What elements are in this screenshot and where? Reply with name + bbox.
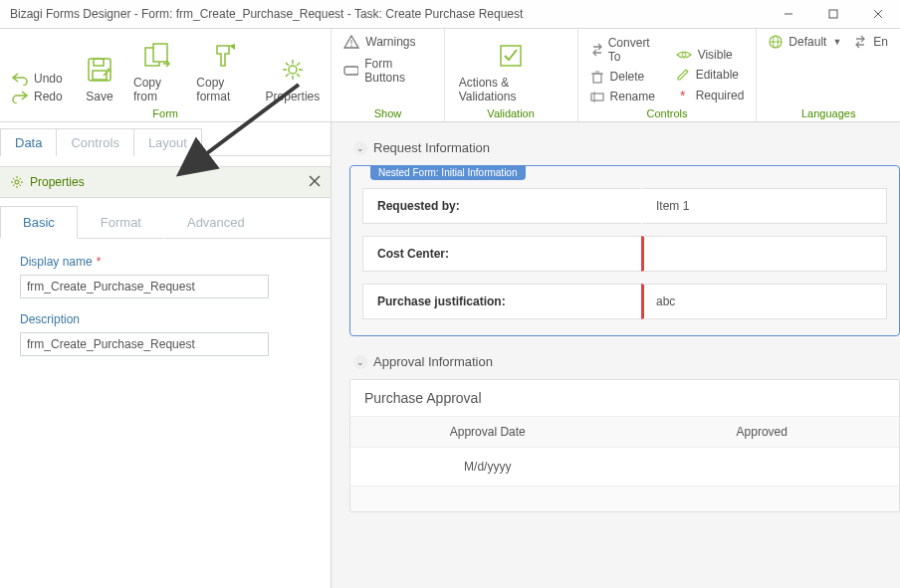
copy-from-label: Copy from (133, 76, 182, 103)
redo-label: Redo (34, 90, 63, 103)
tab-basic[interactable]: Basic (0, 206, 78, 239)
close-button[interactable] (855, 0, 900, 29)
editable-button[interactable]: Editable (674, 66, 747, 84)
group-show-label: Show (341, 105, 433, 119)
cell-approval-date[interactable]: M/d/yyyy (350, 448, 625, 486)
warnings-button[interactable]: Warnings (341, 33, 417, 51)
input-requested-by[interactable]: Item 1 (641, 188, 887, 224)
section-title-approval: Approval Information (373, 354, 493, 369)
description-input[interactable] (20, 332, 269, 356)
svg-rect-5 (94, 59, 104, 66)
input-purchase-justification[interactable]: abc (641, 284, 887, 319)
row-cost-center: Cost Center: (362, 236, 887, 272)
copy-format-button[interactable]: Copy format (192, 38, 258, 105)
title-bar: Bizagi Forms Designer - Form: frm_Create… (0, 0, 900, 29)
rename-button[interactable]: Rename (588, 88, 660, 105)
svg-point-19 (682, 53, 686, 57)
label-requested-by: Requested by: (362, 188, 641, 224)
required-button[interactable]: * Required (674, 86, 747, 105)
tab-controls[interactable]: Controls (56, 128, 133, 156)
properties-button[interactable]: Properties (265, 52, 322, 105)
input-cost-center[interactable] (641, 236, 887, 272)
tab-format[interactable]: Format (78, 206, 164, 239)
section-header-approval[interactable]: ⌄ Approval Information (349, 354, 900, 369)
gear-icon (10, 175, 24, 189)
visible-button[interactable]: Visible (674, 46, 747, 64)
form-canvas: ⌄ Request Information Nested Form: Initi… (332, 122, 900, 588)
convert-to-icon (590, 43, 602, 57)
cell-approved[interactable] (625, 448, 900, 486)
section-request-information: ⌄ Request Information Nested Form: Initi… (349, 140, 900, 336)
left-tabs: Data Controls Layout (0, 128, 331, 156)
svg-rect-14 (593, 74, 601, 83)
required-label: Required (696, 89, 745, 102)
label-purchase-justification: Purchase justification: (362, 284, 641, 319)
tab-layout[interactable]: Layout (133, 128, 202, 156)
window-title: Bizagi Forms Designer - Form: frm_Create… (10, 7, 523, 21)
delete-button[interactable]: Delete (588, 68, 660, 86)
section-header-request[interactable]: ⌄ Request Information (349, 140, 900, 155)
row-purchase-justification: Purchase justification: abc (362, 284, 887, 319)
visible-icon (676, 48, 692, 62)
tab-advanced[interactable]: Advanced (164, 206, 268, 239)
row-requested-by: Requested by: Item 1 (362, 188, 887, 224)
actions-validations-button[interactable]: Actions & Validations (455, 38, 567, 105)
required-star-icon: * (97, 255, 102, 269)
svg-point-23 (15, 180, 19, 184)
form-buttons-button[interactable]: Form Buttons (341, 55, 433, 87)
copy-format-label: Copy format (196, 76, 254, 103)
grid-title: Purchase Approval (350, 380, 899, 416)
svg-rect-17 (591, 94, 603, 100)
actions-validations-icon (495, 40, 527, 72)
copy-format-icon (209, 40, 241, 72)
language-switch-icon (853, 35, 867, 49)
required-icon: * (676, 88, 690, 103)
display-name-input[interactable] (20, 275, 269, 298)
rename-icon (590, 90, 604, 103)
svg-rect-12 (344, 67, 358, 75)
nested-form-box: Nested Form: Initial Information Request… (349, 165, 900, 336)
language-switch-button[interactable]: En (851, 33, 890, 51)
warnings-label: Warnings (365, 35, 415, 49)
tab-data[interactable]: Data (0, 128, 57, 156)
convert-to-button[interactable]: Convert To (588, 34, 660, 66)
redo-button[interactable]: Redo (10, 88, 70, 105)
save-button[interactable]: Save (76, 52, 123, 105)
window-controls (766, 0, 900, 29)
properties-tabs: Basic Format Advanced (0, 206, 331, 239)
svg-rect-8 (153, 44, 167, 62)
visible-label: Visible (698, 48, 733, 62)
display-name-label: Display name* (20, 255, 311, 269)
dropdown-icon: ▼ (832, 37, 841, 47)
grid-row: M/d/yyyy (350, 448, 899, 486)
section-approval-information: ⌄ Approval Information Purchase Approval… (349, 354, 900, 512)
col-approval-date: Approval Date (350, 417, 625, 447)
language-default-button[interactable]: Default ▼ (767, 33, 843, 51)
group-form-label: Form (10, 105, 321, 119)
group-validation-label: Validation (455, 105, 567, 119)
actions-validations-label: Actions & Validations (459, 76, 563, 103)
main-area: Data Controls Layout Properties Basic Fo… (0, 122, 900, 588)
convert-to-label: Convert To (608, 36, 658, 64)
save-label: Save (86, 90, 112, 103)
grid-footer (350, 486, 899, 511)
maximize-button[interactable] (810, 0, 855, 29)
delete-label: Delete (610, 70, 645, 84)
delete-icon (590, 70, 604, 84)
copy-from-button[interactable]: Copy from (129, 38, 186, 105)
properties-label: Properties (266, 90, 321, 103)
chevron-down-icon: ⌄ (353, 141, 367, 155)
copy-from-icon (142, 40, 174, 72)
undo-button[interactable]: Undo (10, 70, 70, 88)
svg-point-11 (350, 45, 352, 47)
properties-close-button[interactable] (309, 173, 321, 191)
minimize-button[interactable] (766, 0, 810, 29)
editable-icon (676, 68, 690, 82)
chevron-down-icon: ⌄ (353, 355, 367, 369)
language-en-label: En (873, 35, 888, 49)
form-buttons-label: Form Buttons (364, 57, 431, 85)
properties-icon (277, 54, 309, 86)
group-controls-label: Controls (588, 105, 747, 119)
section-title-request: Request Information (373, 140, 490, 155)
warnings-icon (343, 35, 359, 49)
